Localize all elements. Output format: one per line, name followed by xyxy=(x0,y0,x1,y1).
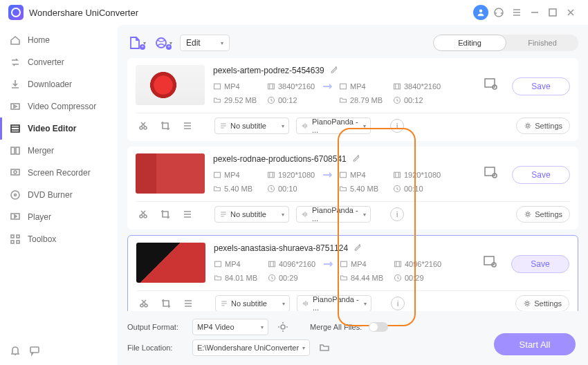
sidebar-item-label: Video Compressor xyxy=(28,102,96,111)
sidebar-item-player[interactable]: Player xyxy=(0,206,118,228)
sidebar-item-downloader[interactable]: Downloader xyxy=(0,73,118,95)
info-icon[interactable]: i xyxy=(391,297,405,310)
rename-icon[interactable] xyxy=(352,153,360,164)
output-preset-icon[interactable] xyxy=(481,163,499,181)
output-preset-icon[interactable] xyxy=(481,75,499,93)
clip-card[interactable]: pexels-anastasia-shuraeva-8751124 MP4 40… xyxy=(127,235,578,311)
sidebar-item-converter[interactable]: Converter xyxy=(0,51,118,73)
open-folder-icon[interactable] xyxy=(317,340,332,355)
audio-dropdown[interactable]: PianoPanda - ...▾ xyxy=(297,295,371,311)
more-icon[interactable] xyxy=(181,296,196,311)
clip-thumbnail[interactable] xyxy=(136,243,205,283)
sidebar-item-label: Downloader xyxy=(28,79,72,89)
app-logo-icon xyxy=(8,5,24,20)
svg-rect-40 xyxy=(215,261,221,267)
svg-rect-6 xyxy=(16,147,19,154)
minimize-button[interactable] xyxy=(526,3,544,21)
settings-button[interactable]: Settings xyxy=(516,206,570,223)
svg-rect-20 xyxy=(340,84,347,89)
subtitle-dropdown[interactable]: No subtitle▾ xyxy=(214,206,289,223)
save-button[interactable]: Save xyxy=(512,77,570,95)
subtitle-value: No subtitle xyxy=(230,122,266,130)
output-format-value: MP4 Video xyxy=(197,323,235,331)
add-file-button[interactable]: +▾ xyxy=(127,35,147,51)
subtitle-dropdown[interactable]: No subtitle▾ xyxy=(214,118,289,134)
out-duration: 00:12 xyxy=(404,96,423,104)
more-icon[interactable] xyxy=(180,207,195,222)
output-preset-icon[interactable] xyxy=(481,252,499,270)
in-resolution: 4096*2160 xyxy=(279,260,315,268)
svg-point-48 xyxy=(140,304,143,307)
clip-thumbnail[interactable] xyxy=(136,153,205,194)
sidebar-item-toolbox[interactable]: Toolbox xyxy=(0,228,118,250)
trim-icon[interactable] xyxy=(136,296,151,311)
settings-button[interactable]: Settings xyxy=(516,118,570,134)
crop-icon[interactable] xyxy=(158,118,173,133)
tab-finished[interactable]: Finished xyxy=(506,35,578,51)
svg-rect-11 xyxy=(11,214,19,219)
output-format-dropdown[interactable]: MP4 Video▾ xyxy=(192,319,268,335)
info-icon[interactable]: i xyxy=(390,207,404,221)
sidebar-item-screen-recorder[interactable]: Screen Recorder xyxy=(0,162,118,184)
maximize-button[interactable] xyxy=(544,3,562,21)
file-location-dropdown[interactable]: E:\Wondershare UniConverter▾ xyxy=(192,339,310,356)
audio-dropdown[interactable]: PianoPanda - ...▾ xyxy=(296,118,371,134)
svg-point-10 xyxy=(15,194,17,196)
audio-dropdown[interactable]: PianoPanda - ...▾ xyxy=(296,206,371,223)
more-icon[interactable] xyxy=(180,118,195,133)
sidebar-item-video-editor[interactable]: Video Editor xyxy=(0,118,118,140)
save-button[interactable]: Save xyxy=(511,255,569,273)
sidebar-item-label: Converter xyxy=(28,57,64,67)
merge-toggle[interactable] xyxy=(369,322,388,332)
out-format: MP4 xyxy=(350,82,366,91)
start-all-button[interactable]: Start All xyxy=(494,333,576,355)
sidebar-item-merger[interactable]: Merger xyxy=(0,140,118,162)
sidebar-item-home[interactable]: Home xyxy=(0,29,118,51)
svg-rect-16 xyxy=(30,347,39,353)
out-size: 84.44 MB xyxy=(351,274,383,282)
output-format-settings-icon[interactable] xyxy=(275,319,291,335)
rename-icon[interactable] xyxy=(353,243,362,253)
settings-button[interactable]: Settings xyxy=(515,295,569,311)
support-icon[interactable] xyxy=(490,3,508,21)
sidebar-item-label: Toolbox xyxy=(28,234,56,244)
merge-label: Merge All Files: xyxy=(310,323,362,331)
clip-card[interactable]: pexels-artem-podrez-5454639 MP4 3840*216… xyxy=(127,58,578,141)
svg-point-9 xyxy=(11,191,19,199)
svg-rect-31 xyxy=(340,172,347,178)
svg-rect-2 xyxy=(549,9,556,16)
sidebar-item-label: Screen Recorder xyxy=(28,168,91,178)
tab-editing[interactable]: Editing xyxy=(433,35,506,51)
info-icon[interactable]: i xyxy=(390,119,404,133)
out-size: 5.40 MB xyxy=(350,185,378,193)
rename-icon[interactable] xyxy=(330,65,338,75)
trim-icon[interactable] xyxy=(136,207,151,222)
trim-icon[interactable] xyxy=(136,118,151,133)
crop-icon[interactable] xyxy=(158,296,174,311)
svg-rect-3 xyxy=(11,104,19,109)
subtitle-dropdown[interactable]: No subtitle▾ xyxy=(215,295,290,311)
feedback-icon[interactable] xyxy=(29,345,40,358)
clip-thumbnail[interactable] xyxy=(136,65,205,105)
sidebar-item-label: Merger xyxy=(28,146,54,156)
sidebar-item-video-compressor[interactable]: Video Compressor xyxy=(0,95,118,118)
svg-rect-7 xyxy=(11,169,19,175)
out-resolution: 3840*2160 xyxy=(404,82,441,91)
account-icon[interactable] xyxy=(472,3,490,21)
menu-icon[interactable] xyxy=(508,3,526,21)
in-format: MP4 xyxy=(225,260,241,268)
save-button[interactable]: Save xyxy=(512,166,570,184)
sidebar-item-dvd-burner[interactable]: DVD Burner xyxy=(0,184,118,206)
clip-list: pexels-artem-podrez-5454639 MP4 3840*216… xyxy=(127,58,578,311)
close-button[interactable] xyxy=(562,3,580,21)
add-url-button[interactable]: +▾ xyxy=(154,35,173,51)
svg-rect-32 xyxy=(394,172,401,178)
edit-mode-dropdown[interactable]: Edit▾ xyxy=(180,35,230,51)
sidebar-item-label: Player xyxy=(28,212,51,222)
clip-filename: pexels-rodnae-productions-6708541 xyxy=(213,154,347,164)
notifications-icon[interactable] xyxy=(10,345,21,358)
svg-rect-18 xyxy=(214,84,221,89)
crop-icon[interactable] xyxy=(158,207,173,222)
audio-value: PianoPanda - ... xyxy=(313,295,361,311)
clip-card[interactable]: pexels-rodnae-productions-6708541 MP4 19… xyxy=(127,147,578,230)
